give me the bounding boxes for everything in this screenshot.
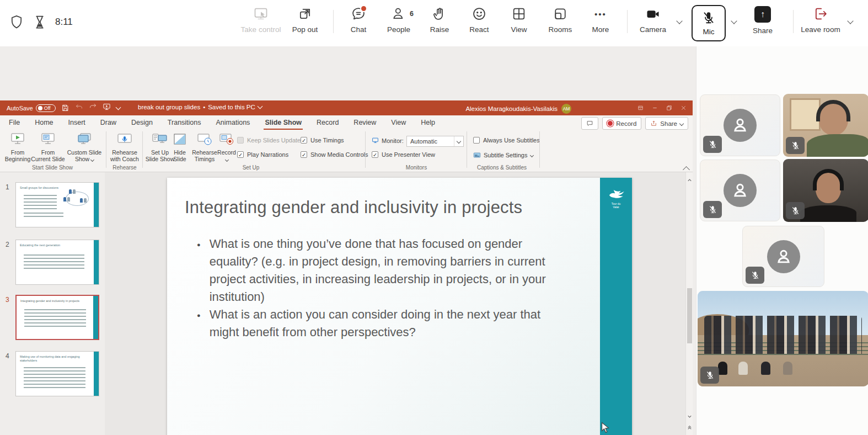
- view-button[interactable]: View: [499, 6, 539, 34]
- monitor-icon: [372, 137, 379, 144]
- slide-thumbnail-3-selected[interactable]: Integrating gender and inclusivity in pr…: [15, 295, 99, 340]
- meeting-timer-icon: [32, 14, 47, 30]
- video-person-body: [807, 134, 868, 157]
- participant-tile-group-photo[interactable]: [698, 291, 868, 386]
- group-photo-sitting-person: [783, 362, 792, 375]
- play-narrations-checkbox[interactable]: ✓Play Narrations: [237, 151, 288, 158]
- from-current-slide-button[interactable]: From Current Slide: [31, 132, 65, 162]
- group-photo-sitting-person: [718, 362, 727, 375]
- thumbnail-accent-bar: [94, 240, 99, 284]
- scroll-up-arrow[interactable]: [688, 174, 692, 178]
- thumbnail-number: 2: [6, 241, 9, 248]
- bullet-item: ● What is an action you can consider doi…: [197, 306, 561, 341]
- more-button[interactable]: ••• More: [581, 6, 620, 34]
- people-button[interactable]: 6 People: [379, 6, 419, 34]
- record-presentation-button[interactable]: Record: [602, 117, 641, 130]
- autosave-switch[interactable]: Off: [36, 104, 56, 112]
- subtitle-settings-button[interactable]: Subtitle Settings: [473, 151, 533, 159]
- mic-options-chevron[interactable]: [731, 18, 737, 24]
- tab-view[interactable]: View: [390, 115, 407, 130]
- tab-transitions[interactable]: Transitions: [167, 115, 202, 130]
- chevron-down-icon: [457, 139, 461, 144]
- custom-slide-show-icon: [76, 132, 93, 147]
- tab-draw[interactable]: Draw: [99, 115, 117, 130]
- mic-button[interactable]: Mic: [692, 5, 726, 41]
- record-slide-show-button[interactable]: Record: [216, 132, 237, 162]
- redo-icon[interactable]: [89, 103, 97, 113]
- react-button[interactable]: React: [459, 6, 499, 34]
- toolbar-divider: [333, 10, 334, 33]
- tab-insert[interactable]: Insert: [67, 115, 87, 130]
- tour-du-valat-logo: Tour du Valat: [606, 187, 626, 209]
- tab-animations[interactable]: Animations: [215, 115, 251, 130]
- take-control-button[interactable]: Take control: [241, 6, 281, 34]
- start-slideshow-icon[interactable]: [103, 103, 111, 113]
- group-label-rehearse: Rehearse: [103, 165, 147, 171]
- rehearse-with-coach-button[interactable]: Rehearse with Coach: [108, 132, 141, 162]
- save-icon[interactable]: [61, 104, 69, 112]
- participant-tile-avatar[interactable]: [700, 160, 780, 221]
- tab-help[interactable]: Help: [420, 115, 436, 130]
- scrollbar-thumb[interactable]: [687, 288, 692, 343]
- editor-scrollbar[interactable]: [685, 172, 693, 435]
- keep-slides-updated-checkbox[interactable]: Keep Slides Updated: [237, 137, 304, 144]
- monitor-dropdown[interactable]: Automatic: [406, 136, 464, 147]
- tab-slide-show[interactable]: Slide Show: [264, 115, 303, 130]
- subtitle-settings-icon: [473, 151, 481, 159]
- scroll-down-arrow[interactable]: [688, 411, 692, 415]
- autosave-toggle[interactable]: AutoSave Off: [7, 104, 56, 112]
- leave-options-chevron[interactable]: [847, 18, 853, 24]
- share-button[interactable]: ↑ Share: [744, 6, 781, 35]
- undo-icon[interactable]: [75, 103, 83, 113]
- thumbnail-body-lines: [24, 367, 85, 388]
- participant-tile-avatar[interactable]: [700, 94, 780, 156]
- account-info[interactable]: Alexios Maragkoudakis-Vasilakis AM: [465, 104, 571, 114]
- chat-button[interactable]: Chat: [339, 6, 378, 34]
- tab-file[interactable]: File: [8, 115, 21, 130]
- participant-tile-video[interactable]: [783, 159, 868, 222]
- close-button[interactable]: [674, 100, 693, 115]
- thumbnail-body-lines: [24, 254, 84, 271]
- slide-canvas[interactable]: Integrating gender and inclusivity in pr…: [167, 178, 632, 435]
- from-beginning-button[interactable]: From Beginning: [2, 132, 33, 162]
- camera-button[interactable]: Camera: [635, 6, 671, 34]
- participant-count: 6: [410, 10, 414, 18]
- ppt-share-button[interactable]: Share: [645, 117, 688, 130]
- show-media-controls-checkbox[interactable]: ✓Show Media Controls: [301, 151, 368, 158]
- tab-design[interactable]: Design: [130, 115, 154, 130]
- previous-slide-button[interactable]: [688, 422, 692, 426]
- thumbnail-body-lines: [24, 213, 63, 218]
- participant-tile-video[interactable]: [783, 94, 868, 157]
- customize-qat-chevron[interactable]: [115, 104, 121, 110]
- pop-out-icon: [297, 6, 313, 22]
- next-slide-button[interactable]: [688, 432, 692, 435]
- leave-room-button[interactable]: Leave room: [797, 6, 844, 34]
- hide-slide-button[interactable]: Hide Slide: [169, 132, 191, 162]
- monitor-setting: Monitor:: [372, 137, 404, 144]
- slide-editor-area[interactable]: Integrating gender and inclusivity in pr…: [105, 172, 685, 435]
- raise-hand-button[interactable]: Raise: [420, 6, 459, 34]
- ppt-title-bar: AutoSave Off break out group slides • Sa…: [0, 100, 693, 115]
- always-use-subtitles-checkbox[interactable]: Always Use Subtitles: [473, 137, 540, 144]
- slide-thumbnail-2[interactable]: Educating the next generation: [15, 240, 99, 285]
- slide-thumbnail-1[interactable]: Small groups for discussions: [15, 182, 99, 227]
- use-timings-checkbox[interactable]: ✓Use Timings: [301, 137, 344, 144]
- comments-button[interactable]: [581, 117, 598, 130]
- tab-record[interactable]: Record: [315, 115, 340, 130]
- rooms-button[interactable]: Rooms: [540, 6, 580, 34]
- participant-tile-avatar[interactable]: [742, 226, 824, 287]
- shield-icon: [9, 14, 24, 30]
- headphones-shape: [813, 169, 844, 190]
- document-title[interactable]: break out group slides • Saved to this P…: [138, 104, 262, 110]
- use-presenter-view-checkbox[interactable]: ✓Use Presenter View: [372, 151, 435, 158]
- pop-out-button[interactable]: Pop out: [285, 6, 325, 34]
- rehearse-timings-button[interactable]: Rehearse Timings: [191, 132, 218, 162]
- tab-home[interactable]: Home: [34, 115, 54, 130]
- custom-slide-show-button[interactable]: Custom Slide Show: [66, 132, 103, 162]
- slide-thumbnail-4[interactable]: Making use of monitoring data and engagi…: [15, 351, 99, 396]
- group-divider: [365, 131, 366, 168]
- camera-options-chevron[interactable]: [676, 18, 682, 24]
- tab-review[interactable]: Review: [352, 115, 377, 130]
- leave-room-icon: [813, 6, 828, 22]
- participants-panel: [696, 46, 868, 435]
